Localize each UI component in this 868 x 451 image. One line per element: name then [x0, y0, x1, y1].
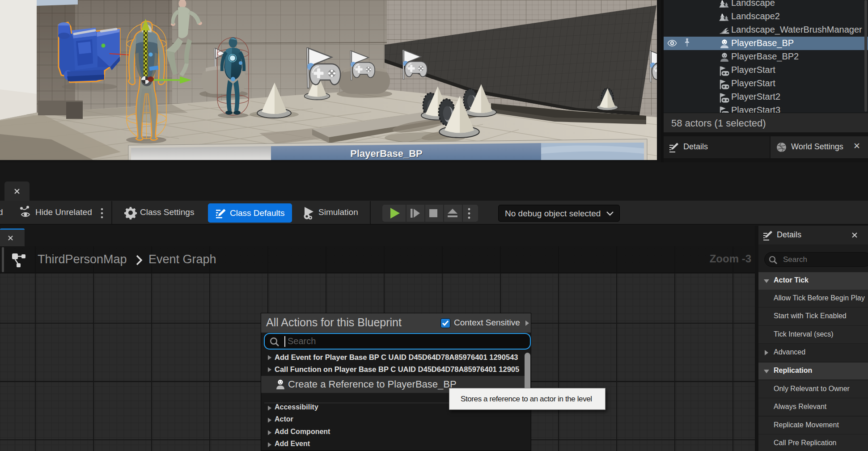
svg-text:PlayerBase_BP: PlayerBase_BP: [350, 148, 422, 159]
